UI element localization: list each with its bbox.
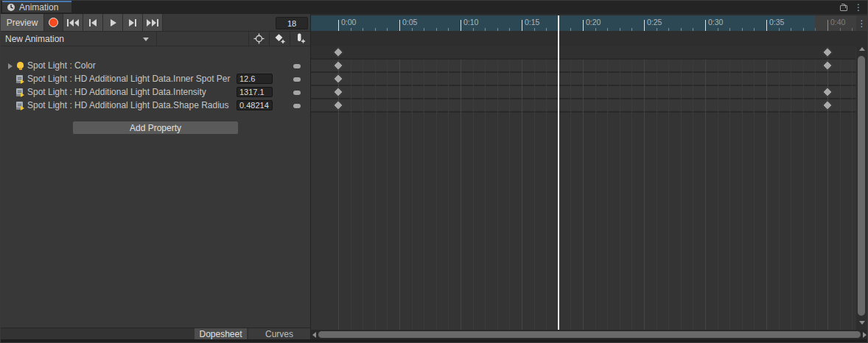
last-frame-button[interactable]	[143, 14, 163, 31]
ruler-minor-tick	[815, 28, 816, 31]
frame-gridline	[607, 60, 608, 330]
frame-gridline	[668, 60, 669, 330]
first-frame-button[interactable]	[63, 14, 83, 31]
tab-animation[interactable]: Animation	[2, 1, 71, 13]
frame-gridline	[424, 60, 424, 330]
script-line-shape	[18, 104, 21, 105]
frame-gridline	[742, 60, 743, 330]
frame-gridline	[387, 60, 388, 330]
record-button[interactable]	[44, 14, 63, 31]
next-keyframe-button[interactable]	[123, 14, 143, 31]
light-base-shape	[19, 68, 22, 70]
add-property-button[interactable]: Add Property	[72, 121, 239, 135]
record-icon	[49, 18, 58, 27]
property-label: Spot Light : Color	[27, 60, 235, 71]
property-row[interactable]: Spot Light : HD Additional Light Data.Sh…	[1, 100, 310, 111]
window-bottom-edge	[1, 339, 867, 342]
frame-gridline	[497, 60, 498, 330]
row-keyframe-dot[interactable]	[293, 104, 301, 108]
ruler-tick-label: 0:10	[463, 18, 478, 26]
frame-gridline	[399, 60, 400, 330]
ruler-tick-label: 0:40	[830, 18, 845, 26]
script-icon	[15, 74, 25, 84]
script-arrow-shape	[21, 106, 24, 110]
ruler-minor-tick	[497, 28, 498, 31]
ruler-minor-tick	[657, 28, 657, 31]
horizontal-scrollbar[interactable]	[311, 330, 867, 339]
foldout-triangle-icon[interactable]	[8, 63, 13, 69]
chevron-down-icon	[143, 38, 149, 41]
tab-curves[interactable]: Curves	[248, 328, 310, 340]
ruler-tick-label: 0:30	[708, 18, 723, 26]
script-arrow-shape	[21, 79, 24, 84]
playhead[interactable]	[558, 15, 559, 330]
window-menu-icon[interactable]: ⋮	[854, 2, 863, 13]
light-icon	[15, 61, 25, 71]
unlock-icon[interactable]	[840, 4, 847, 11]
preview-button[interactable]: Preview	[1, 14, 44, 31]
frame-gridline	[840, 60, 841, 330]
frame-gridline	[779, 60, 780, 330]
frame-gridline	[705, 60, 706, 330]
row-keyframe-dot[interactable]	[293, 64, 301, 68]
previous-keyframe-icon	[88, 18, 98, 27]
ruler-minor-tick	[595, 28, 596, 31]
horizontal-scroll-thumb[interactable]	[318, 331, 861, 338]
ruler-major-tick	[583, 20, 584, 31]
frame-gridline	[522, 60, 522, 330]
ruler-minor-tick	[729, 28, 730, 31]
property-row[interactable]: Spot Light : HD Additional Light Data.In…	[1, 74, 310, 85]
row-keyframe-dot[interactable]	[293, 77, 301, 82]
animation-window: Animation ⋮ Preview	[0, 0, 868, 343]
clip-dropdown[interactable]: New Animation	[1, 32, 157, 46]
add-keyframe-button[interactable]	[269, 32, 290, 46]
frame-gridline	[570, 60, 571, 330]
row-keyframe-dot[interactable]	[293, 91, 301, 95]
ruler-major-tick	[522, 20, 522, 31]
ruler-minor-tick	[485, 28, 486, 31]
add-event-button[interactable]	[290, 32, 310, 46]
filter-by-selection-button[interactable]	[248, 32, 269, 46]
ruler-minor-tick	[534, 28, 535, 31]
scroll-up-icon[interactable]	[859, 47, 865, 51]
scroll-right-icon[interactable]	[863, 332, 867, 338]
frame-gridline	[583, 60, 584, 330]
ruler-tick-label: 0:15	[525, 18, 539, 26]
frame-gridline	[546, 60, 547, 330]
play-button[interactable]	[103, 14, 123, 31]
previous-keyframe-button[interactable]	[83, 14, 103, 31]
clip-name: New Animation	[5, 34, 64, 44]
property-row[interactable]: Spot Light : Color	[1, 60, 310, 71]
tab-dopesheet[interactable]: Dopesheet	[195, 328, 247, 340]
ruler-minor-tick	[693, 28, 693, 31]
ruler-minor-tick	[436, 28, 437, 31]
script-line-shape	[18, 77, 21, 78]
ruler-tick-label: 0:25	[647, 18, 662, 26]
play-icon	[108, 18, 117, 27]
scroll-left-icon[interactable]	[312, 332, 316, 338]
ruler-minor-tick	[754, 28, 755, 31]
frame-gridline	[693, 60, 693, 330]
property-value-field[interactable]	[237, 74, 273, 84]
ruler-minor-tick	[509, 28, 510, 31]
property-label: Spot Light : HD Additional Light Data.Sh…	[27, 100, 235, 111]
scroll-down-icon[interactable]	[859, 321, 865, 325]
property-value-field[interactable]	[237, 100, 273, 110]
summary-track-row[interactable]	[311, 46, 855, 58]
vertical-scrollbar[interactable]	[856, 31, 867, 330]
window-tab-bar: Animation ⋮	[1, 1, 867, 14]
timeline-options-button[interactable]: ⋮	[856, 15, 867, 31]
ruler-minor-tick	[718, 28, 718, 31]
property-row[interactable]: Spot Light : HD Additional Light Data.In…	[1, 87, 310, 98]
ruler-minor-tick	[779, 28, 780, 31]
ruler-minor-tick	[620, 28, 620, 31]
frame-gridline	[729, 60, 730, 330]
ruler-minor-tick	[351, 28, 351, 31]
ruler-tick-label: 0:35	[769, 18, 784, 26]
current-frame-field[interactable]	[276, 17, 308, 29]
window-controls: ⋮	[840, 2, 863, 13]
tab-label: Animation	[19, 2, 58, 13]
property-value-field[interactable]	[237, 87, 273, 97]
vertical-scroll-thumb[interactable]	[858, 56, 865, 316]
frame-gridline	[718, 60, 718, 330]
